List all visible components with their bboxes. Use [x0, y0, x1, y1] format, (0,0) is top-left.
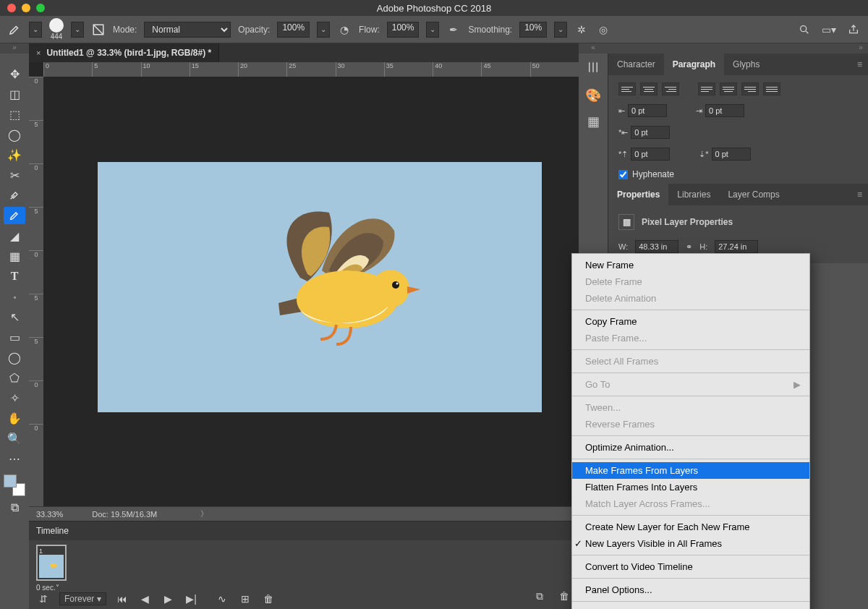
close-window-icon[interactable] — [7, 4, 16, 12]
link-wh-icon[interactable]: ⚭ — [686, 242, 692, 252]
swatches-panel-icon[interactable]: 🎨 — [585, 88, 601, 103]
brush-preview[interactable]: 444 — [49, 18, 64, 41]
marquee-tool[interactable]: ⬚ — [4, 106, 25, 123]
tool-preset-dropdown[interactable]: ⌄ — [29, 22, 42, 38]
trash-icon[interactable]: 🗑 — [557, 589, 571, 603]
lasso-tool[interactable]: ◯ — [4, 126, 25, 143]
menu-item[interactable]: Flatten Frames Into Layers — [572, 479, 809, 495]
height-field[interactable] — [715, 240, 758, 253]
frame-duration[interactable]: 0 sec.˅ — [36, 584, 571, 592]
menu-item[interactable]: Convert to Video Timeline — [572, 558, 809, 575]
play-icon[interactable]: ▶ — [161, 592, 176, 606]
loop-select[interactable]: Forever ▾ — [59, 592, 106, 605]
flow-dropdown[interactable]: ⌄ — [426, 22, 439, 38]
gradient-tool[interactable]: ▦ — [4, 247, 25, 265]
hyphenate-input[interactable] — [618, 170, 628, 179]
vertical-ruler[interactable]: 0 5 0 5 0 5 5 0 0 — [29, 77, 43, 506]
tab-libraries[interactable]: Libraries — [668, 184, 719, 205]
zoom-value[interactable]: 33.33% — [36, 510, 63, 519]
brush-settings-icon[interactable] — [91, 22, 106, 37]
tab-paragraph[interactable]: Paragraph — [664, 54, 724, 75]
quick-mask-icon[interactable]: ⧉ — [4, 499, 25, 516]
blend-mode-select[interactable]: Normal — [144, 22, 231, 38]
brush-size-dropdown[interactable]: ⌄ — [71, 22, 84, 38]
workspace-icon[interactable]: ▭▾ — [822, 22, 836, 37]
type-tool[interactable]: T — [4, 268, 25, 285]
canvas[interactable] — [98, 162, 542, 412]
tween-icon[interactable]: ∿ — [215, 592, 229, 606]
pressure-opacity-icon[interactable]: ◔ — [337, 22, 352, 37]
doc-info[interactable]: Doc: 19.5M/16.3M — [92, 510, 157, 519]
more-tools-icon[interactable]: ⋯ — [4, 450, 25, 467]
overflow-mid-icon[interactable]: « — [579, 43, 608, 54]
new-frame-icon[interactable]: ⊞ — [238, 592, 252, 606]
delete-frame-icon[interactable]: 🗑 — [261, 592, 276, 606]
status-chevron-icon[interactable]: 〉 — [200, 508, 208, 519]
justify-left-icon[interactable] — [698, 82, 715, 95]
indent-right-field[interactable] — [705, 104, 744, 117]
duplicate-frame-icon[interactable]: ⧉ — [532, 589, 547, 603]
path-select-tool[interactable]: ↖ — [4, 308, 25, 325]
tab-glyphs[interactable]: Glyphs — [724, 54, 768, 75]
space-after-field[interactable] — [712, 148, 751, 161]
styles-panel-icon[interactable]: ▦ — [587, 114, 600, 129]
first-line-field[interactable] — [631, 126, 670, 139]
timeline-header[interactable]: Timeline — [29, 521, 579, 540]
flow-field[interactable]: 100% — [387, 22, 420, 38]
opacity-field[interactable]: 100% — [277, 22, 310, 38]
tab-layer-comps[interactable]: Layer Comps — [719, 184, 788, 205]
symmetry-icon[interactable]: ◎ — [596, 22, 610, 37]
move-tool[interactable]: ✥ — [4, 65, 25, 82]
menu-item[interactable]: Panel Options... — [572, 582, 809, 598]
hyphenate-checkbox[interactable]: Hyphenate — [618, 169, 858, 179]
timeline-options-icon[interactable]: ⇵ — [36, 592, 51, 606]
airbrush-icon[interactable]: ✒ — [446, 22, 461, 37]
smoothing-field[interactable]: 10% — [519, 22, 547, 38]
zoom-tool[interactable]: 🔍 — [4, 430, 25, 447]
menu-item[interactable]: Copy Frame — [572, 313, 809, 330]
smoothing-dropdown[interactable]: ⌄ — [554, 22, 567, 38]
foreground-color-swatch[interactable] — [4, 474, 17, 487]
menu-item[interactable]: Optimize Animation... — [572, 439, 809, 456]
pen-tool[interactable]: 𝆹 — [4, 288, 25, 305]
brush-tool[interactable] — [4, 207, 25, 224]
horizontal-ruler[interactable]: 0 5 10 15 20 25 30 35 40 45 50 — [43, 62, 579, 77]
opacity-dropdown[interactable]: ⌄ — [317, 22, 330, 38]
rectangle-tool[interactable]: ▭ — [4, 328, 25, 346]
menu-item[interactable]: Make Frames From Layers — [572, 462, 809, 479]
polygon-tool[interactable]: ⬠ — [4, 369, 25, 386]
overflow-right-icon[interactable]: » — [854, 43, 868, 54]
overflow-left-icon[interactable]: » — [0, 43, 29, 54]
document-tab[interactable]: × Untitled1 @ 33.3% (bird-1.jpg, RGB/8#)… — [29, 43, 219, 62]
tab-properties[interactable]: Properties — [608, 184, 668, 205]
artboard-tool[interactable]: ◫ — [4, 85, 25, 103]
menu-item[interactable]: Create New Layer for Each New Frame — [572, 519, 809, 535]
align-right-icon[interactable] — [662, 82, 679, 95]
brushes-panel-icon[interactable] — [587, 61, 600, 77]
brush-tool-icon[interactable] — [7, 22, 22, 37]
zoom-window-icon[interactable] — [36, 4, 45, 12]
tab-character[interactable]: Character — [608, 54, 664, 75]
indent-left-field[interactable] — [628, 104, 667, 117]
smoothing-options-icon[interactable]: ✲ — [574, 22, 589, 37]
color-swatches[interactable] — [4, 474, 25, 496]
space-before-field[interactable] — [631, 148, 670, 161]
prev-frame-icon[interactable]: ◀︎ — [138, 592, 153, 606]
ellipse-tool[interactable]: ◯ — [4, 349, 25, 366]
align-left-icon[interactable] — [618, 82, 636, 95]
first-frame-icon[interactable]: ⏮ — [115, 592, 129, 606]
menu-item[interactable]: Close — [572, 605, 809, 609]
minimize-window-icon[interactable] — [22, 4, 30, 12]
justify-right-icon[interactable] — [741, 82, 759, 95]
align-center-icon[interactable] — [640, 82, 658, 95]
width-field[interactable] — [635, 240, 678, 253]
justify-center-icon[interactable] — [720, 82, 737, 95]
justify-all-icon[interactable] — [763, 82, 780, 95]
magic-wand-tool[interactable]: ✨ — [4, 146, 25, 163]
eyedropper-tool[interactable] — [4, 187, 25, 204]
next-frame-icon[interactable]: ▶| — [184, 592, 199, 606]
panel-menu-icon[interactable]: ≡ — [851, 184, 868, 205]
share-icon[interactable] — [846, 22, 861, 37]
menu-item[interactable]: New Layers Visible in All Frames✓ — [572, 535, 809, 552]
timeline-frame[interactable]: 1 — [36, 545, 67, 581]
